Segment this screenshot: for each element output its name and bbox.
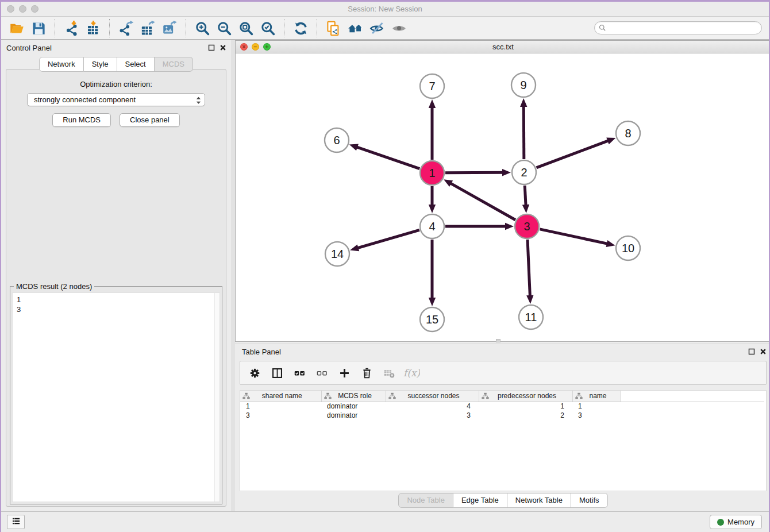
hide-selected-button[interactable] xyxy=(366,18,388,38)
tab-style[interactable]: Style xyxy=(84,57,117,72)
graph-node-1[interactable]: 1 xyxy=(420,161,444,185)
mcds-result-scrollbar[interactable] xyxy=(214,293,220,502)
close-panel-icon[interactable] xyxy=(219,44,226,51)
graph-edge-4-3[interactable] xyxy=(445,223,514,230)
table-cell-name[interactable]: 3 xyxy=(572,411,621,420)
graph-node-6[interactable]: 6 xyxy=(325,128,349,152)
table-cell-successor-nodes[interactable]: 4 xyxy=(386,402,479,411)
close-table-panel-icon[interactable] xyxy=(759,348,767,355)
table-row[interactable]: 3dominator323 xyxy=(240,411,764,420)
zoom-fit-button[interactable] xyxy=(235,18,257,38)
graph-node-11[interactable]: 11 xyxy=(519,305,543,329)
clone-network-button[interactable] xyxy=(322,18,344,38)
column-header-successor-nodes[interactable]: successor nodes xyxy=(386,391,479,402)
network-canvas[interactable]: 7968124314101511 xyxy=(236,53,770,342)
graph-edge-1-2[interactable] xyxy=(445,169,511,176)
graph-node-14[interactable]: 14 xyxy=(325,242,349,266)
graph-edge-3-10[interactable] xyxy=(540,229,615,247)
table-cell-MCDS-role[interactable]: dominator xyxy=(321,402,386,411)
graph-node-7[interactable]: 7 xyxy=(420,74,444,98)
table-cell-MCDS-role[interactable]: dominator xyxy=(321,411,386,420)
zoom-in-button[interactable] xyxy=(191,18,213,38)
toolbar-separator xyxy=(284,19,284,37)
table-cell-successor-nodes[interactable]: 3 xyxy=(386,411,479,420)
table-cell-name[interactable]: 1 xyxy=(572,402,621,411)
table-cell-shared-name[interactable]: 1 xyxy=(240,402,321,411)
network-table-splitter-handle[interactable] xyxy=(496,339,500,342)
memory-button[interactable]: Memory xyxy=(710,515,762,529)
optimization-criterion-select[interactable]: strongly connected component xyxy=(27,93,205,106)
table-tab-motifs[interactable]: Motifs xyxy=(571,493,608,508)
select-all-rows-button[interactable] xyxy=(292,366,306,380)
export-image-button[interactable] xyxy=(159,18,180,38)
tab-mcds[interactable]: MCDS xyxy=(155,57,193,72)
zoom-out-icon xyxy=(217,21,232,36)
table-cell-shared-name[interactable]: 3 xyxy=(240,411,321,420)
graph-edge-4-15[interactable] xyxy=(429,240,436,306)
graph-edge-3-1[interactable] xyxy=(444,179,515,219)
import-network-button[interactable] xyxy=(60,18,82,38)
table-tab-node-table[interactable]: Node Table xyxy=(398,493,453,508)
toggle-columns-button[interactable] xyxy=(270,366,284,380)
graph-edge-3-11[interactable] xyxy=(526,240,533,304)
float-panel-icon[interactable] xyxy=(207,44,215,51)
refresh-layout-button[interactable] xyxy=(290,18,311,38)
open-file-button[interactable] xyxy=(6,18,28,38)
table-panel-tabs: Node TableEdge TableNetwork TableMotifs xyxy=(235,493,770,508)
list-icon xyxy=(11,516,21,529)
graph-edge-4-14[interactable] xyxy=(350,230,419,251)
close-panel-button[interactable]: Close panel xyxy=(120,113,180,127)
column-header-predecessor-nodes[interactable]: predecessor nodes xyxy=(479,391,572,402)
graph-node-4[interactable]: 4 xyxy=(420,214,444,238)
memory-label: Memory xyxy=(727,518,754,526)
graph-node-9[interactable]: 9 xyxy=(511,73,536,97)
export-network-icon xyxy=(118,21,134,36)
export-network-button[interactable] xyxy=(115,18,137,38)
tab-network[interactable]: Network xyxy=(39,57,84,72)
mcds-panel: Optimization criterion: strongly connect… xyxy=(6,69,226,507)
graph-edge-2-8[interactable] xyxy=(537,138,616,168)
zoom-selected-button[interactable] xyxy=(257,18,279,38)
tab-select[interactable]: Select xyxy=(117,57,155,72)
toggle-columns-icon xyxy=(271,367,283,379)
graph-node-10[interactable]: 10 xyxy=(616,236,640,260)
graph-node-8[interactable]: 8 xyxy=(616,121,640,145)
criterion-value: strongly connected component xyxy=(34,95,136,104)
graph-edge-1-7[interactable] xyxy=(429,99,436,160)
graph-edge-1-6[interactable] xyxy=(349,144,419,168)
table-row[interactable]: 1dominator411 xyxy=(240,402,764,411)
graph-node-2[interactable]: 2 xyxy=(512,160,536,184)
open-file-icon xyxy=(9,21,25,36)
graph-edge-1-4[interactable] xyxy=(429,186,436,213)
float-table-panel-icon[interactable] xyxy=(748,348,755,355)
table-panel-title: Table Panel xyxy=(242,348,281,356)
table-tab-edge-table[interactable]: Edge Table xyxy=(453,493,507,508)
mcds-result-list[interactable]: 13 xyxy=(12,292,220,502)
search-input[interactable] xyxy=(594,21,762,34)
graph-node-3[interactable]: 3 xyxy=(515,214,539,238)
export-table-button[interactable] xyxy=(137,18,159,38)
clear-row-selection-button[interactable] xyxy=(315,366,329,380)
table-settings-button[interactable] xyxy=(248,366,261,380)
table-tab-network-table[interactable]: Network Table xyxy=(507,493,571,508)
delete-columns-button[interactable] xyxy=(360,366,374,380)
graph-node-15[interactable]: 15 xyxy=(420,307,444,331)
function-builder-button: f(x) xyxy=(405,366,418,380)
toolbar-separator xyxy=(317,19,317,37)
column-header-name[interactable]: name xyxy=(572,391,621,402)
save-session-button[interactable] xyxy=(28,18,49,38)
table-cell-predecessor-nodes[interactable]: 1 xyxy=(479,402,572,411)
column-header-MCDS-role[interactable]: MCDS role xyxy=(321,391,386,402)
column-header-shared-name[interactable]: shared name xyxy=(240,391,321,402)
import-table-button[interactable] xyxy=(82,18,104,38)
first-neighbors-button[interactable] xyxy=(344,18,366,38)
control-panel-splitter[interactable] xyxy=(231,40,235,511)
table-cell-predecessor-nodes[interactable]: 2 xyxy=(479,411,572,420)
graph-edge-2-3[interactable] xyxy=(522,186,529,213)
mcds-result-line: 1 xyxy=(13,293,220,304)
run-mcds-button[interactable]: Run MCDS xyxy=(52,113,111,127)
graph-edge-2-9[interactable] xyxy=(520,98,527,159)
task-history-button[interactable] xyxy=(7,515,25,529)
add-column-button[interactable] xyxy=(337,366,351,380)
zoom-out-button[interactable] xyxy=(213,18,235,38)
